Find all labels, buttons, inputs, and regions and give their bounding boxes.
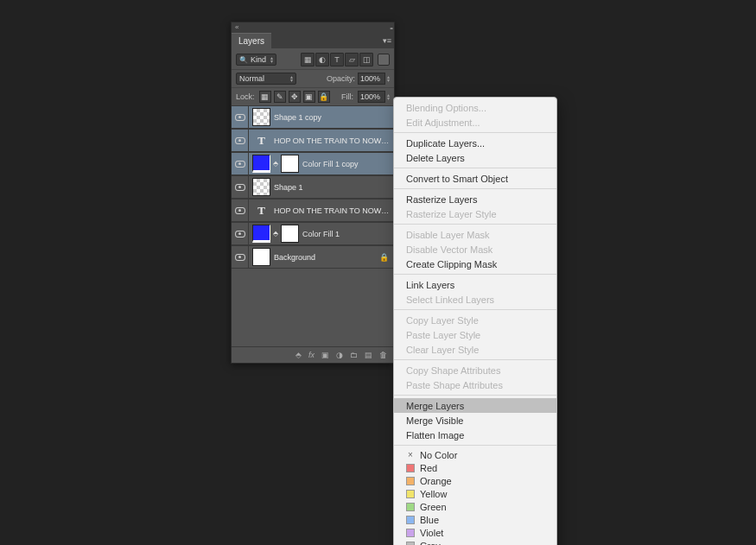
menu-item[interactable]: Flatten Image [394, 428, 556, 442]
visibility-toggle[interactable] [232, 223, 249, 244]
mask-thumbnail[interactable] [281, 155, 299, 173]
menu-item: Select Linked Layers [394, 292, 556, 307]
menu-item[interactable]: Merge Visible [394, 413, 556, 428]
lock-position-icon[interactable]: ✥ [289, 91, 301, 103]
visibility-toggle[interactable] [232, 106, 249, 128]
layer-row[interactable]: THOP ON THE TRAIN TO NOWHERE BAB... [232, 129, 394, 152]
layer-thumbnail[interactable] [252, 248, 270, 266]
eye-icon [235, 207, 245, 214]
adjustment-layer-icon[interactable]: ◑ [336, 351, 343, 359]
dropdown-arrows-icon: ▴▾ [290, 75, 293, 82]
layer-filter-row: 🔍 Kind ▴▾ ▦ ◐ T ▱ ◫ [232, 48, 394, 69]
mask-link-icon[interactable]: ⬘ [273, 230, 278, 238]
layers-panel-footer: ⬘ fx ▣ ◑ 🗀 ▤ 🗑 [232, 346, 394, 363]
menu-item-label: No Color [420, 450, 457, 460]
blend-mode-dropdown[interactable]: Normal ▴▾ [236, 73, 296, 85]
tab-layers[interactable]: Layers [232, 33, 271, 48]
filter-toggle-switch[interactable] [378, 54, 390, 66]
filter-adjustment-icon[interactable]: ◐ [315, 53, 329, 67]
panel-menu-icon[interactable]: ▾≡ [380, 33, 394, 48]
fill-stepper-icon[interactable]: ▴▾ [387, 93, 390, 100]
delete-layer-icon[interactable]: 🗑 [379, 351, 387, 359]
filter-pixel-icon[interactable]: ▦ [301, 53, 314, 67]
layer-row[interactable]: ⬘Color Fill 1 copy [232, 152, 394, 175]
menu-item-color-label[interactable]: Gray [394, 539, 556, 545]
layer-mask-icon[interactable]: ▣ [321, 351, 329, 359]
layer-content: Background [249, 248, 379, 266]
menu-item-label: Orange [420, 476, 452, 486]
menu-item[interactable]: Link Layers [394, 277, 556, 292]
eye-icon [235, 254, 245, 261]
type-layer-icon[interactable]: T [252, 131, 270, 149]
filter-smart-icon[interactable]: ◫ [359, 53, 373, 67]
visibility-toggle[interactable] [232, 176, 249, 198]
panel-collapse-icon[interactable]: « [235, 23, 238, 31]
panel-tabs: Layers ▾≡ [232, 33, 394, 48]
new-layer-icon[interactable]: ▤ [365, 351, 372, 359]
menu-item[interactable]: Create Clipping Mask [394, 257, 556, 271]
opacity-input[interactable] [358, 73, 385, 85]
menu-item-color-label[interactable]: Orange [394, 474, 556, 487]
lock-artboard-icon[interactable]: ▣ [303, 91, 315, 103]
type-layer-icon[interactable]: T [252, 201, 270, 219]
filter-type-icon[interactable]: T [330, 53, 344, 67]
opacity-stepper-icon[interactable]: ▴▾ [387, 75, 390, 82]
menu-item: Paste Layer Style [394, 327, 556, 342]
layer-style-icon[interactable]: fx [308, 351, 314, 359]
color-swatch-icon [406, 477, 415, 485]
filter-shape-icon[interactable]: ▱ [345, 53, 359, 67]
layer-name-label[interactable]: Background [274, 253, 315, 262]
eye-icon [235, 161, 245, 168]
visibility-toggle[interactable] [232, 153, 249, 174]
menu-item-color-label[interactable]: Yellow [394, 487, 556, 500]
layer-thumbnail[interactable] [252, 155, 270, 173]
menu-item-label: Green [420, 502, 447, 512]
visibility-toggle[interactable] [232, 200, 249, 221]
menu-item-label: Blue [420, 515, 439, 525]
layer-name-label[interactable]: Shape 1 [274, 183, 303, 192]
menu-item-color-label[interactable]: Blue [394, 513, 556, 526]
lock-transparency-icon[interactable]: ▦ [259, 91, 271, 103]
layer-content: Shape 1 copy [249, 108, 394, 126]
layer-thumbnail[interactable] [252, 225, 270, 243]
layer-row[interactable]: Background🔒 [232, 245, 394, 269]
filter-kind-dropdown[interactable]: 🔍 Kind ▴▾ [236, 54, 276, 66]
link-layers-icon[interactable]: ⬘ [295, 351, 302, 359]
menu-item[interactable]: Delete Layers [394, 150, 556, 165]
layer-name-label[interactable]: HOP ON THE TRAIN TO NOWHERE BABY [274, 206, 394, 215]
new-group-icon[interactable]: 🗀 [350, 351, 358, 359]
visibility-toggle[interactable] [232, 130, 249, 151]
color-swatch-icon [406, 464, 415, 472]
menu-item[interactable]: Rasterize Layers [394, 192, 556, 206]
menu-item[interactable]: Convert to Smart Object [394, 171, 556, 186]
layer-content: ⬘Color Fill 1 [249, 225, 394, 243]
layer-name-label[interactable]: Color Fill 1 copy [302, 160, 359, 168]
menu-item-color-label[interactable]: Red [394, 461, 556, 474]
layer-thumbnail[interactable] [252, 108, 270, 126]
layer-row[interactable]: THOP ON THE TRAIN TO NOWHERE BABY [232, 199, 394, 222]
menu-separator [394, 445, 556, 446]
menu-item-color-label[interactable]: Green [394, 500, 556, 513]
visibility-toggle[interactable] [232, 246, 249, 268]
layer-name-label[interactable]: Shape 1 copy [274, 113, 321, 122]
menu-item-color-label[interactable]: ×No Color [394, 448, 556, 461]
fill-input[interactable] [358, 91, 385, 103]
menu-item-color-label[interactable]: Violet [394, 526, 556, 539]
lock-all-icon[interactable]: 🔒 [318, 91, 330, 103]
search-icon: 🔍 [239, 56, 248, 64]
layer-name-label[interactable]: Color Fill 1 [302, 230, 340, 238]
layer-row[interactable]: Shape 1 [232, 175, 394, 199]
layer-row[interactable]: ⬘Color Fill 1 [232, 222, 394, 245]
layer-name-label[interactable]: HOP ON THE TRAIN TO NOWHERE BAB... [274, 136, 394, 145]
mask-link-icon[interactable]: ⬘ [273, 160, 278, 168]
panel-drag-bar[interactable]: « •••• [232, 22, 394, 33]
lock-pixels-icon[interactable]: ✎ [274, 91, 286, 103]
layer-thumbnail[interactable] [252, 178, 270, 196]
menu-item: Disable Vector Mask [394, 242, 556, 257]
mask-thumbnail[interactable] [281, 225, 299, 243]
layer-content: Shape 1 [249, 178, 394, 196]
menu-item[interactable]: Merge Layers [394, 398, 556, 413]
layer-row[interactable]: Shape 1 copy [232, 105, 394, 129]
layer-content: ⬘Color Fill 1 copy [249, 155, 394, 173]
menu-item[interactable]: Duplicate Layers... [394, 136, 556, 150]
